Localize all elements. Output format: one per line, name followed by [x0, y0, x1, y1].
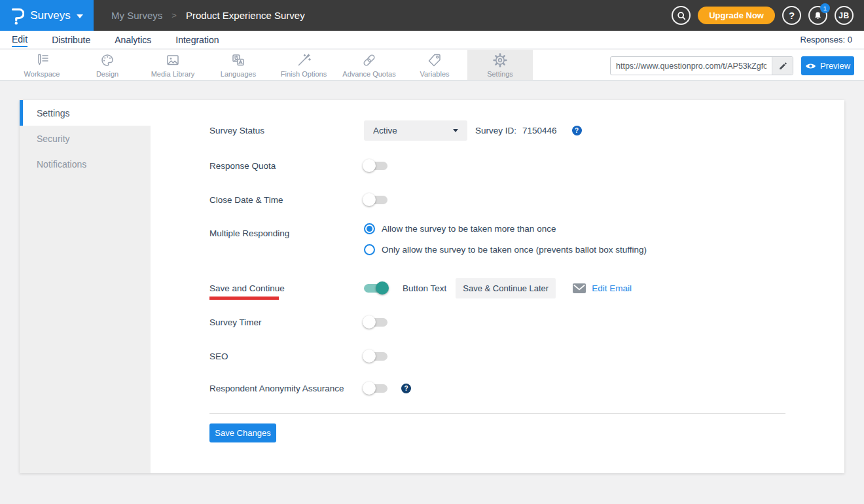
product-name: Surveys [30, 9, 70, 22]
breadcrumb-separator: > [171, 10, 177, 20]
tab-edit[interactable]: Edit [12, 32, 27, 47]
toggle-knob [363, 159, 376, 172]
preview-button[interactable]: Preview [801, 56, 854, 75]
close-date-toggle[interactable] [364, 196, 387, 204]
sidebar-item-settings[interactable]: Settings [20, 100, 151, 126]
sidebar-item-notifications[interactable]: Notifications [20, 151, 151, 177]
questionpro-logo-icon [10, 6, 24, 26]
survey-url-input[interactable] [611, 62, 772, 71]
response-quota-toggle[interactable] [364, 162, 387, 170]
save-and-continue-row: Save and Continue Button Text Edit Email [209, 278, 632, 298]
toggle-knob [363, 350, 376, 363]
multiple-responding-row: Multiple Responding Allow the survey to … [209, 223, 647, 265]
tab-distribute[interactable]: Distribute [52, 33, 90, 46]
help-button[interactable]: ? [782, 6, 801, 25]
toggle-knob [363, 382, 376, 395]
page-title: Product Experience Survey [186, 10, 305, 21]
notification-badge: 1 [820, 3, 830, 13]
survey-timer-label: Survey Timer [209, 317, 364, 327]
chevron-down-icon [453, 129, 458, 132]
toggle-knob [363, 315, 376, 329]
edit-email-link[interactable]: Edit Email [592, 283, 632, 293]
toolbar-item-settings[interactable]: Settings [467, 50, 533, 80]
sidebar-item-security[interactable]: Security [20, 126, 151, 151]
upgrade-button[interactable]: Upgrade Now [698, 7, 775, 24]
toolbar-item-design[interactable]: Design [75, 50, 140, 80]
settings-panel: Settings Security Notifications Survey S… [20, 100, 844, 473]
anonymity-label: Respondent Anonymity Assurance [209, 384, 364, 393]
palette-icon [99, 52, 115, 68]
tag-icon [427, 52, 442, 68]
breadcrumb-parent-link[interactable]: My Surveys [111, 10, 162, 21]
survey-status-value: Active [373, 126, 453, 135]
response-quota-row: Response Quota [209, 155, 387, 176]
close-date-label: Close Date & Time [209, 195, 364, 205]
survey-id-value: 7150446 [522, 126, 557, 135]
help-icon[interactable]: ? [572, 126, 582, 135]
breadcrumb: My Surveys > Product Experience Survey [111, 10, 305, 21]
radio-option-multiple[interactable]: Allow the survey to be taken more than o… [364, 223, 647, 234]
survey-url-group [610, 56, 793, 75]
seo-label: SEO [209, 351, 364, 361]
survey-timer-toggle[interactable] [364, 318, 387, 327]
save-and-continue-highlight [209, 297, 279, 300]
save-changes-button[interactable]: Save Changes [209, 423, 276, 442]
search-button[interactable] [672, 6, 691, 25]
anonymity-row: Respondent Anonymity Assurance ? [209, 378, 411, 399]
survey-status-select[interactable]: Active [364, 120, 467, 141]
image-icon [165, 52, 181, 68]
chevron-down-icon [77, 14, 83, 18]
save-and-continue-toggle[interactable] [364, 284, 387, 293]
search-icon [676, 10, 687, 21]
radio-unselected-icon[interactable] [364, 244, 375, 255]
close-date-row: Close Date & Time [209, 189, 387, 210]
gear-icon [492, 52, 508, 68]
question-mark-icon: ? [789, 10, 795, 21]
email-icon[interactable] [573, 283, 586, 293]
toolbar-item-languages[interactable]: Languages [206, 50, 271, 80]
magic-wand-icon [296, 52, 312, 68]
main-nav: Edit Distribute Analytics Integration Re… [0, 31, 864, 49]
toolbar-item-finish-options[interactable]: Finish Options [271, 50, 336, 80]
header-actions: Upgrade Now ? 1 JB [672, 6, 864, 25]
survey-id-label: Survey ID: [475, 126, 516, 135]
responses-count: Responses: 0 [801, 35, 853, 45]
edit-toolbar: Workspace Design [0, 50, 864, 81]
settings-sidebar: Settings Security Notifications [20, 100, 151, 473]
response-quota-label: Response Quota [209, 161, 364, 171]
pencil-list-icon [34, 52, 50, 68]
product-switcher[interactable]: Surveys [0, 0, 94, 31]
tab-analytics[interactable]: Analytics [115, 33, 151, 46]
radio-selected-icon[interactable] [364, 223, 375, 234]
seo-row: SEO [209, 346, 387, 367]
toolbar-item-advance-quotas[interactable]: Advance Quotas [336, 50, 402, 80]
tab-integration[interactable]: Integration [175, 33, 219, 46]
eye-icon [805, 62, 816, 70]
survey-timer-row: Survey Timer [209, 312, 387, 333]
save-and-continue-label: Save and Continue [209, 283, 364, 293]
radio-option-once[interactable]: Only allow the survey to be taken once (… [364, 244, 647, 255]
button-text-label: Button Text [403, 283, 446, 293]
edit-url-button[interactable] [772, 57, 793, 75]
multiple-responding-label: Multiple Responding [209, 228, 364, 238]
avatar-initials: JB [838, 11, 849, 20]
pencil-icon [778, 62, 787, 71]
avatar[interactable]: JB [835, 6, 854, 25]
survey-status-row: Survey Status Active Survey ID: 7150446 … [209, 120, 582, 141]
toggle-knob [376, 281, 389, 295]
toolbar-item-variables[interactable]: Variables [402, 50, 467, 80]
button-text-input[interactable] [456, 278, 556, 298]
chain-link-icon [361, 52, 377, 68]
app-window: Surveys My Surveys > Product Experience … [0, 0, 864, 504]
toggle-knob [363, 193, 376, 206]
toolbar-item-media-library[interactable]: Media Library [140, 50, 206, 80]
anonymity-toggle[interactable] [364, 384, 387, 393]
toolbar-item-workspace[interactable]: Workspace [9, 50, 75, 80]
top-header: Surveys My Surveys > Product Experience … [0, 0, 864, 31]
notifications-button[interactable]: 1 [808, 6, 827, 25]
seo-toggle[interactable] [364, 352, 387, 361]
translate-icon [230, 52, 246, 68]
multiple-responding-options: Allow the survey to be taken more than o… [364, 223, 647, 255]
survey-status-label: Survey Status [209, 126, 364, 135]
help-icon[interactable]: ? [401, 384, 411, 393]
